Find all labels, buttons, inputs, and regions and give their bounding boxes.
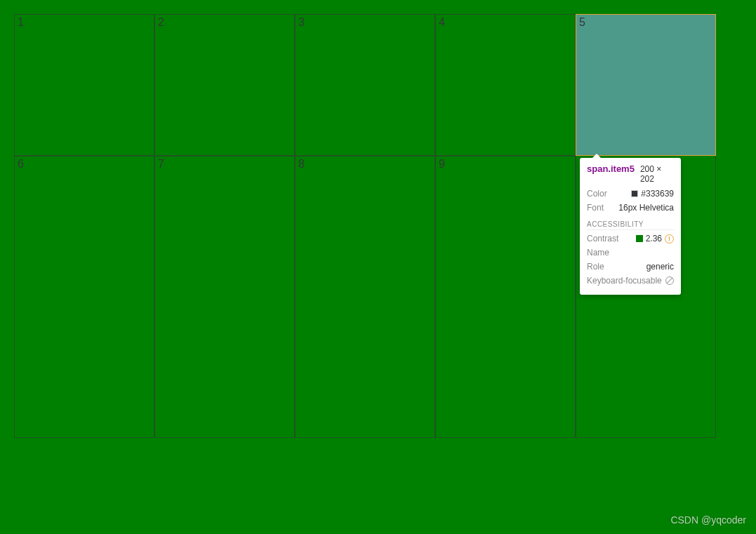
cell-label: 9 [439, 158, 445, 170]
tooltip-role-label: Role [587, 260, 604, 274]
watermark: CSDN @yqcoder [670, 514, 746, 526]
cell-label: 4 [439, 16, 445, 28]
cell-label: 1 [18, 16, 24, 28]
grid-cell-3[interactable]: 3 [295, 14, 435, 156]
tooltip-font-label: Font [587, 201, 604, 215]
tooltip-contrast-value: 2.36 [646, 232, 662, 246]
grid-cell-6[interactable]: 6 [14, 156, 154, 438]
contrast-swatch-icon [636, 235, 643, 242]
devtools-element-tooltip: span.item5 200 × 202 Color #333639 Font … [580, 158, 681, 295]
grid-cell-8[interactable]: 8 [295, 156, 435, 438]
grid-cell-1[interactable]: 1 [14, 14, 154, 156]
tooltip-color-value: #333639 [641, 187, 674, 201]
cell-label: 6 [18, 158, 24, 170]
cell-label: 2 [158, 16, 164, 28]
color-swatch-icon [631, 190, 638, 197]
grid-cell-2[interactable]: 2 [154, 14, 295, 156]
tooltip-contrast-label: Contrast [587, 232, 618, 246]
tooltip-font-value: 16px Helvetica [618, 201, 674, 215]
tooltip-name-label: Name [587, 246, 609, 260]
grid-cell-5-highlighted[interactable]: 5 [576, 14, 716, 156]
tooltip-accessibility-heading: ACCESSIBILITY [587, 220, 674, 230]
not-focusable-icon [665, 276, 674, 285]
grid-cell-7[interactable]: 7 [154, 156, 295, 438]
tooltip-color-label: Color [587, 187, 607, 201]
cell-label: 5 [579, 16, 585, 28]
page-background: 1 2 3 4 5 6 7 8 9 span.item5 200 × 202 C… [0, 0, 756, 534]
tooltip-selector: span.item5 [587, 163, 635, 174]
grid-cell-4[interactable]: 4 [435, 14, 576, 156]
grid-cell-9[interactable]: 9 [435, 156, 576, 438]
tooltip-role-value: generic [646, 260, 674, 274]
tooltip-dimensions: 200 × 202 [640, 164, 674, 184]
warning-icon: ! [665, 234, 674, 243]
cell-label: 3 [298, 16, 305, 28]
cell-label: 8 [298, 158, 305, 170]
cell-label: 7 [158, 158, 164, 170]
tooltip-keyboard-focusable-label: Keyboard-focusable [587, 274, 662, 288]
